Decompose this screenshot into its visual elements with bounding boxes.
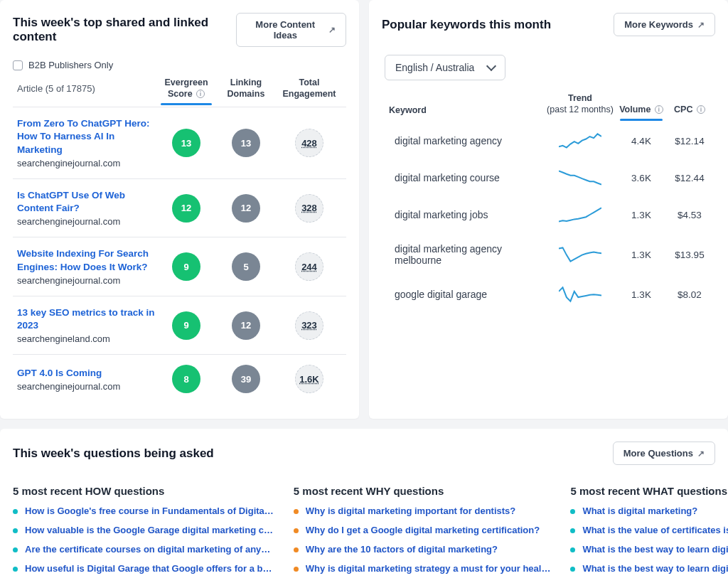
- article-title-link[interactable]: GPT 4.0 Is Coming: [17, 367, 155, 380]
- keyword-volume: 1.3K: [619, 250, 664, 260]
- question-link[interactable]: What is digital marketing?: [570, 506, 728, 518]
- arrow-icon: ↗: [697, 449, 705, 459]
- question-link[interactable]: Why do I get a Google digital marketing …: [294, 525, 551, 537]
- linking-badge: 5: [218, 252, 274, 281]
- volume-col-head[interactable]: Volume i: [619, 105, 664, 116]
- engagement-badge: 428: [277, 129, 341, 157]
- question-link[interactable]: How is Google's free course in Fundament…: [13, 506, 274, 518]
- question-column: 5 most recent WHAT questions What is dig…: [570, 485, 728, 583]
- question-link[interactable]: What is the best way to learn digital ma…: [570, 544, 728, 556]
- question-column-title: 5 most recent HOW questions: [13, 485, 274, 497]
- engagement-badge: 244: [277, 252, 341, 281]
- article-title-link[interactable]: 13 key SEO metrics to track in 2023: [17, 306, 155, 332]
- question-text: Are the certificate courses on digital m…: [25, 544, 270, 556]
- more-keywords-button[interactable]: More Keywords ↗: [614, 13, 715, 36]
- bullet-icon: [13, 528, 18, 533]
- keyword-row: digital marketing jobs 1.3K $4.53: [382, 196, 715, 233]
- arrow-icon: ↗: [328, 25, 336, 35]
- keyword-link[interactable]: digital marketing jobs: [395, 209, 542, 220]
- keyword-cpc: $4.53: [667, 210, 712, 220]
- trend-col-head[interactable]: Trend (past 12 months): [545, 93, 616, 115]
- b2b-checkbox[interactable]: [13, 60, 23, 70]
- content-row: From Zero To ChatGPT Hero: How To Harnes…: [13, 107, 346, 178]
- keyword-row: google digital garage 1.3K $8.02: [382, 276, 715, 313]
- questions-header: This week's questions being asked More Q…: [13, 442, 715, 465]
- evergreen-badge: 8: [158, 365, 215, 393]
- bullet-icon: [570, 547, 575, 552]
- keyword-volume: 3.6K: [619, 173, 664, 183]
- content-row: Is ChatGPT Use Of Web Content Fair? sear…: [13, 178, 346, 237]
- keyword-cpc: $8.02: [667, 289, 712, 300]
- more-content-button[interactable]: More Content Ideas ↗: [236, 13, 347, 47]
- question-link[interactable]: What is the best way to learn digital ma…: [570, 563, 728, 575]
- linking-badge: 13: [218, 129, 274, 157]
- more-questions-label: More Questions: [623, 448, 693, 459]
- trend-sparkline: [545, 286, 616, 303]
- content-row: GPT 4.0 Is Coming searchenginejournal.co…: [13, 354, 346, 403]
- bullet-icon: [294, 509, 299, 514]
- article-domain: searchengineland.com: [17, 333, 155, 344]
- engagement-badge: 323: [277, 311, 341, 340]
- info-icon[interactable]: i: [196, 90, 205, 98]
- trend-sparkline: [545, 169, 616, 186]
- keyword-row: digital marketing agency melbourne 1.3K …: [382, 233, 715, 276]
- bullet-icon: [13, 509, 18, 514]
- bullet-icon: [570, 509, 575, 514]
- top-content-header: This week's top shared and linked conten…: [13, 13, 346, 47]
- question-text: What is digital marketing?: [582, 506, 697, 518]
- question-column: 5 most recent WHY questions Why is digit…: [294, 485, 551, 583]
- content-row: Website Indexing For Search Engines: How…: [13, 237, 346, 295]
- top-content-panel: This week's top shared and linked conten…: [0, 0, 359, 419]
- language-select[interactable]: English / Australia: [385, 55, 505, 80]
- question-link[interactable]: Why is digital marketing strategy a must…: [294, 563, 551, 575]
- trend-sparkline: [545, 246, 616, 263]
- cpc-col-head[interactable]: CPC i: [667, 105, 712, 116]
- engagement-col-head[interactable]: Total Engagement: [277, 77, 341, 100]
- engagement-badge: 328: [277, 194, 341, 223]
- article-title-link[interactable]: From Zero To ChatGPT Hero: How To Harnes…: [17, 117, 155, 156]
- article-domain: searchenginejournal.com: [17, 381, 155, 392]
- keyword-cpc: $12.44: [667, 173, 712, 183]
- question-text: What is the value of certificates issued…: [582, 525, 728, 537]
- info-icon[interactable]: i: [655, 105, 663, 114]
- linking-col-head[interactable]: Linking Domains: [218, 77, 274, 100]
- article-domain: searchenginejournal.com: [17, 275, 155, 286]
- keyword-volume: 1.3K: [619, 289, 664, 300]
- question-link[interactable]: Why is digital marketing important for d…: [294, 506, 551, 518]
- question-link[interactable]: Why are the 10 factors of digital market…: [294, 544, 551, 556]
- article-title-link[interactable]: Website Indexing For Search Engines: How…: [17, 247, 155, 273]
- top-content-title: This week's top shared and linked conten…: [13, 16, 236, 44]
- bullet-icon: [294, 528, 299, 533]
- keyword-link[interactable]: digital marketing course: [395, 172, 542, 183]
- b2b-label: B2B Publishers Only: [28, 60, 113, 70]
- question-link[interactable]: How valuable is the Google Garage digita…: [13, 525, 274, 537]
- article-domain: searchenginejournal.com: [17, 216, 155, 227]
- bullet-icon: [570, 528, 575, 533]
- keyword-link[interactable]: google digital garage: [395, 289, 542, 300]
- question-link[interactable]: Are the certificate courses on digital m…: [13, 544, 274, 556]
- engagement-badge: 1.6K: [277, 365, 341, 393]
- keyword-cpc: $13.95: [667, 250, 712, 260]
- article-cell: Website Indexing For Search Engines: How…: [13, 247, 155, 285]
- question-link[interactable]: What is the value of certificates issued…: [570, 525, 728, 537]
- question-text: What is the best way to learn digital ma…: [582, 544, 728, 556]
- question-column-title: 5 most recent WHY questions: [294, 485, 551, 497]
- keyword-col-head[interactable]: Keyword: [389, 105, 542, 115]
- keyword-row: digital marketing agency 4.4K $12.14: [382, 122, 715, 159]
- bullet-icon: [570, 567, 575, 572]
- trend-sparkline: [545, 206, 616, 223]
- info-icon[interactable]: i: [697, 105, 705, 114]
- question-text: How valuable is the Google Garage digita…: [25, 525, 273, 537]
- more-questions-button[interactable]: More Questions ↗: [613, 442, 715, 465]
- content-table-head: Article (5 of 17875) Evergreen Score i L…: [13, 73, 346, 107]
- keyword-link[interactable]: digital marketing agency: [395, 135, 542, 146]
- linking-badge: 12: [218, 194, 274, 223]
- evergreen-col-head[interactable]: Evergreen Score i: [158, 77, 215, 100]
- keyword-table-head: Keyword Trend (past 12 months) Volume i …: [382, 83, 715, 122]
- language-label: English / Australia: [395, 62, 474, 73]
- questions-panel: This week's questions being asked More Q…: [0, 429, 728, 583]
- evergreen-badge: 13: [158, 129, 215, 157]
- article-title-link[interactable]: Is ChatGPT Use Of Web Content Fair?: [17, 189, 155, 215]
- keyword-link[interactable]: digital marketing agency melbourne: [395, 243, 542, 266]
- question-link[interactable]: How useful is Digital Garage that Google…: [13, 563, 274, 575]
